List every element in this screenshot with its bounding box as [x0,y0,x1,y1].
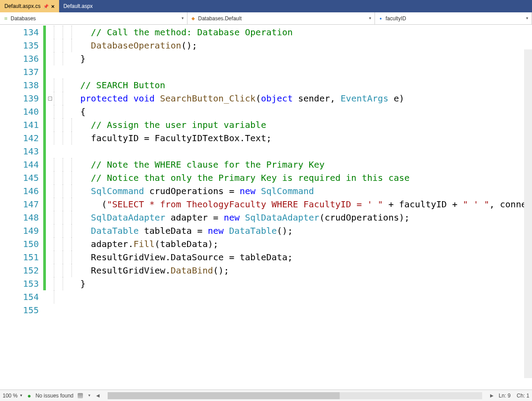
chevron-down-icon: ▼ [368,16,372,20]
line-number: 153 [0,277,43,290]
code-line[interactable]: // Assign the user input variable [80,118,532,131]
line-number: 138 [0,79,43,92]
chevron-down-icon: ▼ [87,394,91,397]
code-line[interactable]: } [80,52,532,65]
line-number: 151 [0,251,43,264]
code-line[interactable]: SqlDataAdapter adapter = new SqlDataAdap… [80,211,532,224]
code-line[interactable]: protected void SearchButton_Click(object… [80,92,532,105]
indent-guides [54,25,80,390]
database-icon [3,15,9,22]
code-line[interactable]: } [80,290,532,304]
line-number: 152 [0,264,43,277]
member-dropdown[interactable]: facultyID ▼ [375,12,532,24]
code-line[interactable]: facultyID = FacultyIDTextBox.Text; [80,131,532,145]
line-number: 147 [0,198,43,211]
fold-toggle[interactable]: - [48,97,52,101]
check-icon: ● [27,392,31,399]
line-number: 141 [0,118,43,131]
column-indicator[interactable]: Ch: 1 [517,393,529,399]
tab-label: Default.aspx [64,3,93,9]
line-number: 149 [0,224,43,237]
zoom-value: 100 % [3,393,18,399]
vertical-scrollbar[interactable] [524,49,532,378]
issues-label: No issues found [35,393,73,399]
horizontal-scrollbar[interactable] [108,392,482,399]
code-line[interactable]: } [80,277,532,290]
close-icon[interactable]: × [51,3,55,10]
tab-label: Default.aspx.cs [4,3,41,9]
field-icon [378,15,384,22]
line-number: 135 [0,39,43,52]
code-area[interactable]: // Call the method: Database Operation D… [80,25,532,390]
code-line[interactable]: // Notice that only the Primary Key is r… [80,171,532,184]
scroll-right-icon[interactable]: ▶ [489,393,495,398]
scope-dropdown[interactable]: Databases ▼ [0,12,187,24]
pin-icon[interactable]: 📌 [43,4,49,9]
code-line[interactable]: // Note the WHERE clause for the Primary… [80,158,532,171]
line-number-gutter: 1341351361371381391401411421431441451461… [0,25,43,390]
code-editor[interactable]: 1341351361371381391401411421431441451461… [0,25,532,390]
line-number: 134 [0,26,43,39]
class-dropdown[interactable]: Databases.Default ▼ [187,12,375,24]
code-line[interactable]: } [80,304,532,317]
line-number: 142 [0,131,43,145]
code-line[interactable]: { [80,105,532,118]
screwdriver-icon[interactable] [78,393,83,398]
tab-default-aspx[interactable]: Default.aspx [59,0,97,12]
scope-label: Databases [11,15,36,22]
tab-default-aspx-cs[interactable]: Default.aspx.cs 📌 × [0,0,59,12]
line-number: 137 [0,65,43,79]
line-number: 148 [0,211,43,224]
line-number: 145 [0,171,43,184]
code-line[interactable]: ("SELECT * from TheologyFaculty WHERE Fa… [80,198,532,211]
zoom-control[interactable]: 100 % ▼ [3,393,23,399]
line-number: 140 [0,105,43,118]
chevron-down-icon: ▼ [525,16,529,20]
line-number: 136 [0,52,43,65]
member-label: facultyID [386,15,406,22]
line-number: 143 [0,145,43,158]
fold-gutter: - [46,25,54,390]
tab-bar: Default.aspx.cs 📌 × Default.aspx [0,0,532,12]
chevron-down-icon: ▼ [181,16,184,20]
code-line[interactable] [80,145,532,158]
line-number: 155 [0,304,43,317]
code-line[interactable]: DataTable tableData = new DataTable(); [80,224,532,237]
chevron-down-icon: ▼ [19,394,23,397]
line-number: 146 [0,184,43,198]
class-icon [190,15,196,22]
line-number: 154 [0,290,43,304]
code-line[interactable]: DatabaseOperation(); [80,39,532,52]
line-number: 139 [0,92,43,105]
code-line[interactable]: adapter.Fill(tableData); [80,237,532,251]
class-label: Databases.Default [198,15,242,22]
navigation-bar: Databases ▼ Databases.Default ▼ facultyI… [0,12,532,25]
code-line[interactable]: // Call the method: Database Operation [80,26,532,39]
code-line[interactable] [80,65,532,79]
line-number: 144 [0,158,43,171]
status-bar: 100 % ▼ ● No issues found ▼ ◀ ▶ Ln: 9 Ch… [0,390,532,401]
code-line[interactable]: ResultGridView.DataSource = tableData; [80,251,532,264]
code-line[interactable]: ResultGridView.DataBind(); [80,264,532,277]
line-number: 150 [0,237,43,251]
scroll-left-icon[interactable]: ◀ [95,393,101,398]
line-indicator[interactable]: Ln: 9 [499,393,511,399]
code-line[interactable]: // SEARCH Button [80,79,532,92]
code-line[interactable]: SqlCommand crudOperations = new SqlComma… [80,184,532,198]
